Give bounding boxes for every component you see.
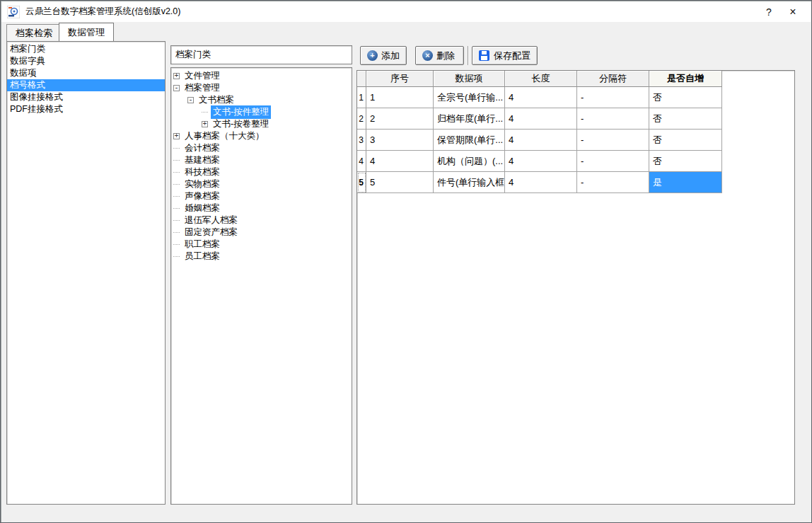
app-window: 云鼎兰台数字档案管理系统(信创版v2.0) ? × 档案检索 数据管理 档案门类… [0,0,812,523]
sidebar-item[interactable]: 档号格式 [7,79,165,91]
column-header[interactable]: 序号 [366,71,434,87]
tree-node[interactable]: +文件管理 [171,70,352,82]
tree-leaf-connector [173,220,180,221]
table-cell[interactable]: 5 [366,172,434,193]
tree-node[interactable]: 声像档案 [171,190,352,202]
table-row: 11全宗号(单行输...4-否 [357,87,794,108]
table-cell[interactable]: 4 [505,130,577,151]
table-cell[interactable]: - [577,108,649,130]
add-icon: + [367,50,378,61]
close-icon[interactable]: × [781,2,805,21]
save-config-button[interactable]: 保存配置 [472,46,538,65]
tree-leaf-connector [173,196,180,197]
tree-node[interactable]: 固定资产档案 [171,226,352,238]
table-cell[interactable]: 3 [366,130,434,151]
sidebar-item[interactable]: 数据字典 [7,55,165,67]
save-button-label: 保存配置 [494,50,530,62]
table-row: 55件号(单行输入框)4-是 [357,172,794,193]
tree-node[interactable]: -档案管理 [171,82,352,94]
tab-data-management[interactable]: 数据管理 [59,23,114,41]
table-cell[interactable]: - [577,172,649,193]
delete-button-label: 删除 [436,50,455,62]
tree-node[interactable]: -文书档案 [171,94,352,106]
table-cell[interactable]: 全宗号(单行输... [434,87,505,108]
table-cell[interactable]: - [577,87,649,108]
table-cell[interactable]: 否 [649,151,722,172]
sidebar-item[interactable]: 数据项 [7,67,165,79]
tree-node[interactable]: +文书-按卷整理 [171,118,352,130]
add-button[interactable]: + 添加 [360,46,407,65]
row-number-cell[interactable]: 2 [357,108,366,130]
table-cell[interactable]: - [577,130,649,151]
sidebar-category-list: 档案门类数据字典数据项档号格式图像挂接格式PDF挂接格式 [6,41,166,505]
table-cell[interactable]: 4 [366,151,434,172]
data-item-table: 序号数据项长度分隔符是否自增11全宗号(单行输...4-否22归档年度(单行..… [356,70,795,505]
sidebar-item[interactable]: 档案门类 [7,43,165,55]
column-header[interactable]: 长度 [505,71,577,87]
category-tree: +文件管理-档案管理-文书档案文书-按件整理+文书-按卷整理+人事档案（十大类）… [170,67,352,505]
row-number-cell[interactable]: 4 [357,151,366,172]
table-corner-cell [357,71,366,87]
sidebar-item[interactable]: PDF挂接格式 [7,103,165,115]
tree-node[interactable]: 实物档案 [171,178,352,190]
tree-node[interactable]: 职工档案 [171,238,352,251]
tree-leaf-connector [173,172,180,173]
tree-leaf-connector [173,244,180,245]
window-title: 云鼎兰台数字档案管理系统(信创版v2.0) [25,6,180,18]
table-cell[interactable]: 是 [649,172,722,193]
collapse-minus-icon[interactable]: - [173,85,180,91]
tree-panel-header: 档案门类 [170,45,352,64]
help-icon[interactable]: ? [757,2,781,21]
toolbar-separator [468,46,468,65]
expand-plus-icon[interactable]: + [173,133,180,139]
sidebar-item[interactable]: 图像挂接格式 [7,91,165,103]
table-cell[interactable]: 2 [366,108,434,130]
tree-node[interactable]: 文书-按件整理 [171,106,352,118]
column-header[interactable]: 分隔符 [577,71,649,87]
tree-leaf-connector [173,208,180,209]
add-button-label: 添加 [381,50,400,62]
title-bar: 云鼎兰台数字档案管理系统(信创版v2.0) ? × [1,1,811,22]
row-number-cell[interactable]: 5 [357,172,366,193]
tree-node[interactable]: +人事档案（十大类） [171,130,352,142]
table-cell[interactable]: 否 [649,130,722,151]
app-logo-icon [7,6,20,18]
table-cell[interactable]: 否 [649,87,722,108]
table-cell[interactable]: 否 [649,108,722,130]
table-cell[interactable]: 1 [366,87,434,108]
collapse-minus-icon[interactable]: - [187,97,194,103]
tree-node[interactable]: 退伍军人档案 [171,214,352,226]
table-cell[interactable]: 归档年度(单行... [434,108,505,130]
expand-plus-icon[interactable]: + [173,73,180,79]
table-row: 44机构（问题）(...4-否 [357,151,794,172]
tab-archive-search[interactable]: 档案检索 [6,24,62,41]
tree-node[interactable]: 员工档案 [171,251,352,263]
column-header[interactable]: 数据项 [434,71,505,87]
tree-leaf-connector [173,232,180,233]
tree-node[interactable]: 会计档案 [171,142,352,154]
table-cell[interactable]: 4 [505,87,577,108]
save-icon [479,50,489,61]
tree-node[interactable]: 科技档案 [171,166,352,178]
tree-node[interactable]: 基建档案 [171,154,352,166]
tree-node[interactable]: 婚姻档案 [171,202,352,214]
table-cell[interactable]: 保管期限(单行... [434,130,505,151]
table-cell[interactable]: 4 [505,151,577,172]
delete-button[interactable]: × 删除 [415,46,464,65]
delete-icon: × [422,50,433,61]
tree-node-label[interactable]: 员工档案 [182,250,222,263]
table-row: 22归档年度(单行...4-否 [357,108,794,130]
tree-leaf-connector [173,148,180,149]
column-header[interactable]: 是否自增 [649,71,722,87]
expand-plus-icon[interactable]: + [202,121,208,127]
table-cell[interactable]: 4 [505,108,577,130]
table-cell[interactable]: - [577,151,649,172]
table-cell[interactable]: 4 [505,172,577,193]
row-number-cell[interactable]: 3 [357,130,366,151]
row-number-cell[interactable]: 1 [357,87,366,108]
table-row: 33保管期限(单行...4-否 [357,130,794,151]
table-cell[interactable]: 机构（问题）(... [434,151,505,172]
table-cell[interactable]: 件号(单行输入框) [434,172,505,193]
tab-strip: 档案检索 数据管理 [1,22,811,41]
table-header-row: 序号数据项长度分隔符是否自增 [357,71,794,87]
